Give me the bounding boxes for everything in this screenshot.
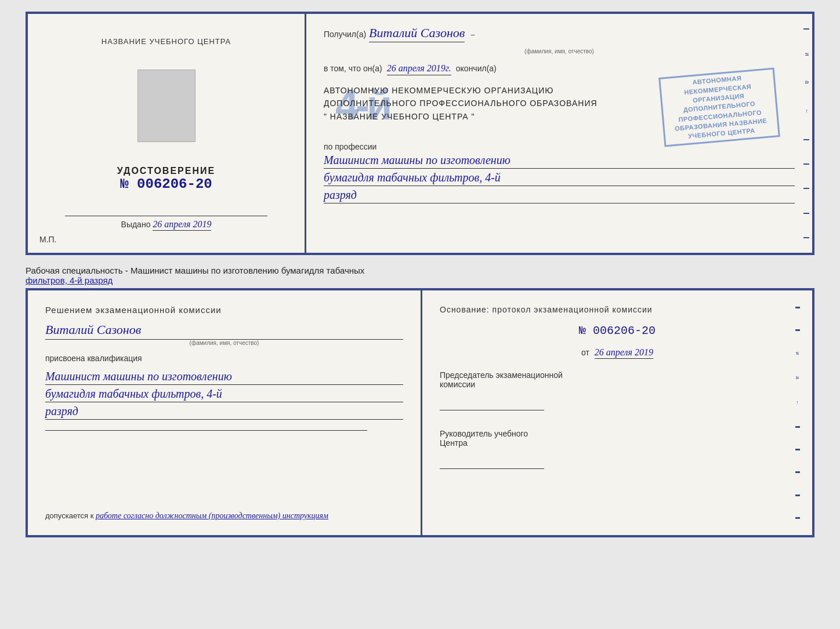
org-block: 4-й АВТОНОМНУЮ НЕКОММЕРЧЕСКУЮ ОРГАНИЗАЦИ… (324, 84, 795, 123)
osnov-number: № 006206-20 (440, 324, 795, 337)
rukovod-text: Руководитель учебного Центра (440, 429, 795, 448)
bottom-cert-right-page: Основание: протокол экзаменационной коми… (422, 290, 812, 535)
top-cert-right-page: Получил(а) Виталий Сазонов – (фамилия, и… (306, 14, 812, 253)
bottom-cert-left-page: Решением экзаменационной комиссии Витали… (28, 290, 422, 535)
profession-line2: бумагидля табачных фильтров, 4-й (324, 171, 795, 186)
bottom-recipient-sublabel: (фамилия, имя, отчество) (45, 340, 403, 346)
osnov-text: Основание: протокол экзаменационной коми… (440, 305, 795, 314)
bottom-qual-line3: разряд (45, 405, 403, 420)
okonchil-text: окончил(а) (456, 64, 497, 73)
ot-date: 26 апреля 2019 (595, 347, 653, 359)
ot-line: от 26 апреля 2019 (440, 347, 795, 358)
vydano-line: Выдано 26 апреля 2019 (39, 219, 293, 230)
prisvoyena-text: присвоена квалификация (45, 354, 403, 363)
dopusk-prefix: допускается к (45, 511, 93, 520)
po-professii-label: по профессии (324, 142, 795, 151)
bottom-right-decorative: и а ← (795, 290, 801, 535)
vtom-date: 26 апреля 2019г. (387, 63, 451, 75)
ot-prefix: от (581, 348, 589, 357)
training-center-label: НАЗВАНИЕ УЧЕБНОГО ЦЕНТРА (102, 37, 231, 46)
rukovod-sig-line (440, 457, 544, 469)
side-decorative-lines: и а ← (802, 14, 812, 253)
photo-placeholder (137, 70, 195, 142)
decision-text: Решением экзаменационной комиссии (45, 305, 403, 315)
profession-line1: Машинист машины по изготовлению (324, 154, 795, 169)
top-certificate-book: НАЗВАНИЕ УЧЕБНОГО ЦЕНТРА УДОСТОВЕРЕНИЕ №… (26, 12, 814, 255)
poluchil-line: Получил(а) Виталий Сазонов – (324, 26, 795, 42)
bottom-qual-line2: бумагидля табачных фильтров, 4-й (45, 387, 403, 402)
recipient-sublabel: (фамилия, имя, отчество) (324, 48, 795, 54)
profession-line3: разряд (324, 188, 795, 203)
bottom-certificate-book: Решением экзаменационной комиссии Витали… (26, 288, 814, 537)
udostoverenie-number: № 006206-20 (117, 176, 215, 192)
dopuskaetsya-line: допускается к работе согласно должностны… (45, 506, 403, 521)
predsedatel-sig-line (440, 399, 544, 410)
recipient-name: Виталий Сазонов (369, 26, 465, 42)
predsedatel-text: Председатель экзаменационной комиссии (440, 370, 795, 389)
info-text-main: Рабочая специальность - Машинист машины … (26, 266, 364, 275)
dopusk-value: работе согласно должностным (производств… (96, 511, 328, 520)
vydano-date: 26 апреля 2019 (153, 219, 211, 231)
top-cert-left-page: НАЗВАНИЕ УЧЕБНОГО ЦЕНТРА УДОСТОВЕРЕНИЕ №… (28, 14, 306, 253)
poluchil-prefix: Получил(а) (324, 30, 366, 39)
mp-label: М.П. (39, 235, 57, 244)
vtom-prefix: в том, что он(а) (324, 64, 382, 73)
bottom-recipient-name: Виталий Сазонов (45, 322, 403, 340)
info-label-between: Рабочая специальность - Машинист машины … (26, 261, 814, 288)
udostoverenie-title: УДОСТОВЕРЕНИЕ (117, 166, 215, 176)
bottom-qual-line1: Машинист машины по изготовлению (45, 370, 403, 385)
stamp-overlay: АВТОНОМНАЯ НЕКОММЕРЧЕСКАЯ ОРГАНИЗАЦИЯ ДО… (658, 68, 780, 147)
info-text-underline: фильтров, 4-й разряд (26, 275, 113, 285)
